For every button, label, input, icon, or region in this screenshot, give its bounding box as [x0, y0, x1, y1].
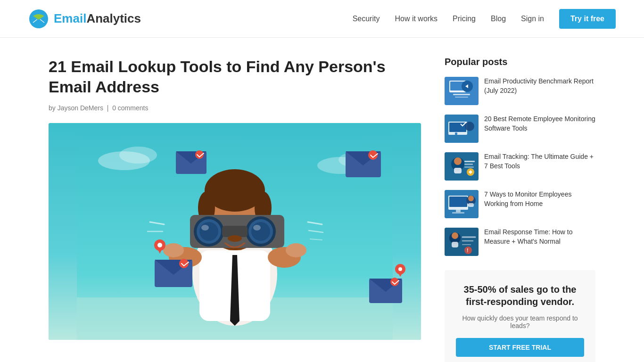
svg-text:!: !	[467, 248, 468, 253]
svg-marker-50	[397, 272, 403, 277]
cta-headline: 35-50% of sales go to the first-respondi…	[456, 283, 584, 308]
thumb-inner-4	[445, 190, 479, 218]
svg-rect-74	[464, 166, 474, 168]
nav-sign-in[interactable]: Sign in	[521, 15, 544, 23]
svg-point-33	[228, 235, 242, 242]
svg-rect-80	[452, 212, 464, 214]
svg-rect-73	[464, 164, 473, 165]
article-illustration	[49, 123, 421, 340]
popular-post-3[interactable]: Email Tracking: The Ultimate Guide + 7 B…	[445, 152, 595, 181]
svg-point-70	[454, 157, 462, 165]
popular-post-2[interactable]: 20 Best Remote Employee Monitoring Softw…	[445, 115, 595, 143]
svg-rect-72	[464, 161, 475, 162]
logo-icon	[28, 8, 49, 29]
nav-security[interactable]: Security	[353, 15, 380, 23]
svg-rect-61	[453, 94, 470, 95]
post-info-1: Email Productivity Benchmark Report (Jul…	[484, 77, 595, 95]
cta-start-trial-button[interactable]: START FREE TRIAL	[456, 338, 584, 357]
cta-subtext: How quickly does your team respond to le…	[456, 314, 584, 329]
nav-how-it-works[interactable]: How it works	[395, 15, 438, 23]
popular-post-5[interactable]: ! Email Response Time: How to Measure + …	[445, 228, 595, 256]
post-info-3: Email Tracking: The Ultimate Guide + 7 B…	[484, 152, 595, 171]
post-link-2[interactable]: 20 Best Remote Employee Monitoring Softw…	[484, 115, 595, 132]
logo-link[interactable]: EmailAnalytics	[28, 8, 141, 29]
svg-point-27	[253, 225, 261, 230]
svg-point-30	[163, 243, 184, 257]
popular-posts-title: Popular posts	[445, 57, 595, 67]
post-thumb-4	[445, 190, 479, 218]
svg-rect-71	[454, 168, 462, 173]
svg-point-48	[157, 243, 162, 247]
main-content: 21 Email Lookup Tools to Find Any Person…	[20, 38, 624, 362]
logo-text: EmailAnalytics	[54, 11, 141, 26]
svg-rect-62	[455, 97, 468, 98]
main-nav: Security How it works Pricing Blog Sign …	[353, 9, 616, 29]
article-area: 21 Email Lookup Tools to Find Any Person…	[49, 57, 421, 362]
svg-point-26	[251, 222, 270, 241]
post-thumb-1	[445, 77, 479, 105]
svg-point-6	[119, 147, 157, 164]
post-link-3[interactable]: Email Tracking: The Ultimate Guide + 7 B…	[484, 153, 594, 170]
post-info-2: 20 Best Remote Employee Monitoring Softw…	[484, 115, 595, 133]
thumb-inner-3	[445, 152, 479, 181]
post-link-4[interactable]: 7 Ways to Monitor Employees Working from…	[484, 190, 571, 207]
post-link-1[interactable]: Email Productivity Benchmark Report (Jul…	[484, 77, 594, 94]
thumb-inner-1	[445, 77, 479, 105]
svg-point-51	[398, 267, 402, 271]
article-meta: by Jayson DeMers | 0 comments	[49, 104, 421, 112]
post-info-5: Email Response Time: How to Measure + Wh…	[484, 228, 595, 246]
svg-point-22	[199, 222, 218, 241]
nav-blog[interactable]: Blog	[491, 15, 506, 23]
nav-pricing[interactable]: Pricing	[453, 15, 476, 23]
svg-rect-67	[455, 132, 457, 135]
cta-box: 35-50% of sales go to the first-respondi…	[445, 270, 595, 362]
popular-post-4[interactable]: 7 Ways to Monitor Employees Working from…	[445, 190, 595, 218]
svg-point-82	[468, 196, 474, 201]
comments-link[interactable]: 0 comments	[112, 104, 148, 112]
post-info-4: 7 Ways to Monitor Employees Working from…	[484, 190, 595, 208]
svg-point-66	[465, 122, 474, 131]
article-image	[49, 123, 421, 340]
thumb-inner-2	[445, 115, 479, 143]
thumb-inner-5: !	[445, 228, 479, 256]
svg-rect-79	[456, 210, 461, 212]
svg-rect-83	[468, 203, 474, 207]
post-thumb-3	[445, 152, 479, 181]
try-free-button[interactable]: Try it free	[559, 9, 616, 29]
sidebar: Popular posts Email Productiv	[445, 57, 595, 362]
svg-rect-84	[445, 228, 479, 256]
svg-point-23	[201, 225, 209, 230]
popular-post-1[interactable]: Email Productivity Benchmark Report (Jul…	[445, 77, 595, 105]
svg-rect-78	[449, 197, 467, 207]
svg-point-86	[452, 232, 458, 239]
article-title: 21 Email Lookup Tools to Find Any Person…	[49, 57, 421, 97]
svg-rect-87	[452, 242, 458, 247]
post-thumb-5: !	[445, 228, 479, 256]
site-header: EmailAnalytics Security How it works Pri…	[0, 0, 644, 38]
post-thumb-2	[445, 115, 479, 143]
illustration-svg	[49, 123, 421, 340]
svg-point-32	[286, 243, 306, 257]
post-link-5[interactable]: Email Response Time: How to Measure + Wh…	[484, 228, 573, 245]
